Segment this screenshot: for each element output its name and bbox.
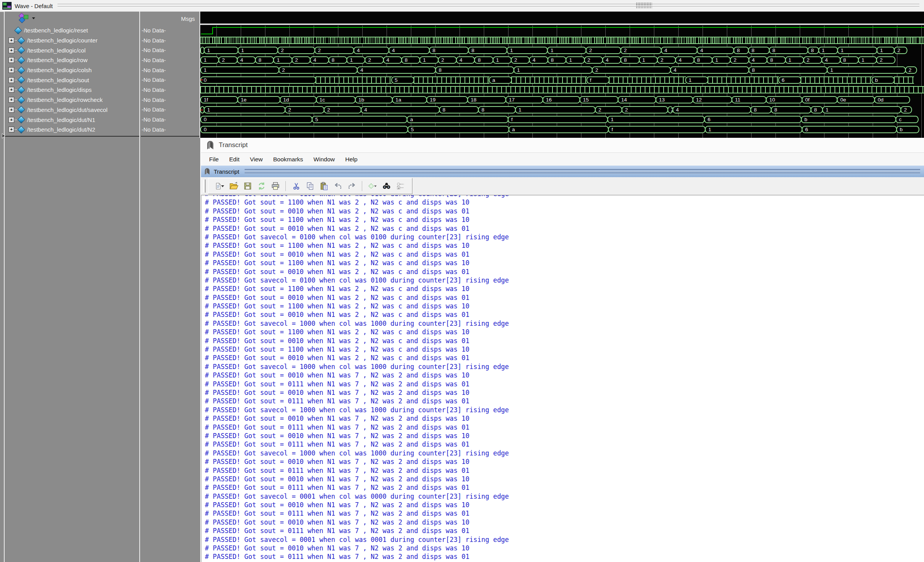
copy-icon[interactable] bbox=[305, 181, 315, 191]
transcript-line: # PASSED! Got sout = 0010 when N1 was 7 … bbox=[205, 388, 924, 397]
bus-value-segment: 1 bbox=[514, 66, 593, 74]
expand-toggle-icon[interactable]: + bbox=[8, 87, 14, 93]
save-icon[interactable] bbox=[243, 181, 253, 191]
bus-value-segment: 8 bbox=[547, 56, 566, 64]
wave-lane-rowcheck[interactable]: 1f1e1d1c1b1a191817161514131211100f0e0d bbox=[200, 95, 924, 105]
undo-icon[interactable] bbox=[333, 181, 343, 191]
bus-value-segment: 1 bbox=[705, 126, 802, 133]
bus-value-segment: 1 bbox=[837, 47, 877, 54]
wave-lane-sout[interactable]: 05af16b bbox=[200, 75, 924, 85]
signal-row-N1[interactable]: +/testbench_ledlogic/dut/N1 bbox=[5, 115, 139, 125]
signal-row-sout[interactable]: +/testbench_ledlogic/sout bbox=[5, 75, 139, 85]
bus-busy-region bbox=[708, 76, 779, 84]
waveform-canvas[interactable]: 1122448811224488881112124812481248124812… bbox=[200, 12, 924, 138]
expand-toggle-icon[interactable]: + bbox=[8, 37, 14, 43]
signal-row-disps[interactable]: +/testbench_ledlogic/disps bbox=[5, 85, 139, 95]
signal-row-rowcheck[interactable]: +/testbench_ledlogic/rowcheck bbox=[5, 95, 139, 105]
transcript-line: # PASSED! Got sout = 0010 when N1 was 2 … bbox=[205, 354, 924, 362]
expand-toggle-icon[interactable]: + bbox=[8, 97, 14, 103]
signal-row-savecol[interactable]: +/testbench_ledlogic/dut/savecol bbox=[5, 105, 139, 115]
wave-lane-colsh[interactable]: 1248124812 bbox=[200, 65, 924, 75]
signal-name-label: /testbench_ledlogic/dut/N1 bbox=[27, 117, 95, 123]
expand-toggle-icon[interactable]: + bbox=[8, 77, 14, 83]
expand-toggle-icon[interactable]: + bbox=[8, 47, 14, 53]
bus-value-segment: 1 bbox=[547, 47, 586, 54]
refresh-icon[interactable] bbox=[257, 181, 267, 191]
paste-icon[interactable] bbox=[319, 181, 329, 191]
open-file-icon[interactable] bbox=[229, 181, 239, 191]
wave-objects-dropdown-icon[interactable] bbox=[17, 12, 37, 24]
bus-value-segment: 1a bbox=[392, 96, 427, 103]
wave-lane-counter[interactable] bbox=[200, 36, 924, 46]
bus-value-segment: 2 bbox=[894, 47, 907, 54]
msgs-cell-colsh: -No Data- bbox=[141, 65, 199, 75]
wave-lane-col[interactable]: 1122448811224488881112 bbox=[200, 45, 924, 55]
wave-lane-N1[interactable]: 05af16bc bbox=[200, 115, 924, 125]
bus-value-segment: 4 bbox=[670, 66, 749, 74]
bus-value-segment: 0f bbox=[802, 96, 838, 103]
transcript-menubar[interactable]: FileEditViewBookmarksWindowHelp bbox=[201, 152, 924, 166]
bus-value-segment: 8 bbox=[748, 47, 770, 54]
transcript-titlebar[interactable]: Transcript bbox=[201, 138, 924, 152]
print-icon[interactable] bbox=[270, 181, 280, 191]
bus-value-segment: a bbox=[407, 116, 508, 123]
wave-lane-savecol[interactable]: 1224881222488812 bbox=[200, 105, 924, 115]
transcript-active-header[interactable]: Transcript bbox=[201, 166, 924, 177]
transcript-line: # PASSED! Got sout = 0010 when N1 was 2 … bbox=[205, 250, 924, 259]
bus-value-segment: 2 bbox=[876, 56, 895, 64]
new-document-icon[interactable] bbox=[215, 181, 225, 191]
transcript-line: # PASSED! Got savecol = 0100 when col wa… bbox=[205, 276, 924, 284]
signal-name-label: /testbench_ledlogic/row bbox=[27, 57, 88, 63]
bus-value-segment: 5 bbox=[312, 116, 407, 123]
transcript-toolbar bbox=[201, 177, 924, 195]
signal-msgs-pane: -No Data--No Data--No Data--No Data--No … bbox=[141, 25, 199, 135]
signal-row-row[interactable]: +/testbench_ledlogic/row bbox=[5, 55, 139, 65]
redo-icon[interactable] bbox=[347, 181, 357, 191]
waveform-rows[interactable]: 1122448811224488881112124812481248124812… bbox=[200, 25, 924, 138]
signal-row-col[interactable]: +/testbench_ledlogic/col bbox=[5, 45, 139, 55]
menu-bookmarks[interactable]: Bookmarks bbox=[273, 156, 303, 163]
signal-name-label: /testbench_ledlogic/dut/N2 bbox=[27, 126, 95, 133]
toolbar-drag-handle[interactable] bbox=[203, 179, 206, 193]
bus-value-segment: 4 bbox=[383, 56, 402, 64]
transcript-line-partial: # PASSED! Got savecol = 0100 when col wa… bbox=[205, 195, 924, 198]
run-filter-icon[interactable] bbox=[368, 181, 378, 191]
titlebar-grip[interactable] bbox=[636, 2, 652, 9]
signal-row-counter[interactable]: +/testbench_ledlogic/counter bbox=[5, 36, 139, 46]
signal-diamond-icon bbox=[17, 37, 25, 44]
wave-lane-disps[interactable] bbox=[200, 85, 924, 95]
wave-lane-N2[interactable]: 05af16b bbox=[200, 125, 924, 135]
bus-value-segment: 2 bbox=[314, 47, 354, 54]
signal-row-N2[interactable]: +/testbench_ledlogic/dut/N2 bbox=[5, 125, 139, 135]
expand-toggle-icon[interactable]: + bbox=[8, 127, 14, 132]
transcript-line: # PASSED! Got savecol = 1000 when col wa… bbox=[205, 362, 924, 371]
signal-names-pane[interactable]: /testbench_ledlogic/reset+/testbench_led… bbox=[5, 25, 139, 135]
wave-lane-row[interactable]: 12481248124812481248124812481248124812 bbox=[200, 55, 924, 65]
bus-value-segment: 1 bbox=[493, 56, 512, 64]
wave-lane-reset[interactable] bbox=[200, 25, 924, 36]
menu-help[interactable]: Help bbox=[345, 156, 358, 163]
expand-toggle-icon[interactable]: + bbox=[8, 107, 14, 113]
menu-edit[interactable]: Edit bbox=[229, 156, 240, 163]
names-msgs-divider[interactable] bbox=[139, 12, 140, 562]
find-settings-icon[interactable] bbox=[395, 181, 405, 191]
signal-row-reset[interactable]: /testbench_ledlogic/reset bbox=[5, 25, 139, 36]
expand-toggle-icon[interactable]: + bbox=[8, 57, 14, 63]
cut-icon[interactable] bbox=[291, 181, 301, 191]
transcript-text-area[interactable]: # PASSED! Got savecol = 0100 when col wa… bbox=[201, 195, 924, 562]
transcript-window[interactable]: Transcript FileEditViewBookmarksWindowHe… bbox=[200, 138, 924, 562]
bus-value-segment: b bbox=[896, 126, 919, 133]
wave-window-titlebar[interactable]: Wave - Default bbox=[0, 0, 924, 12]
tree-connector bbox=[14, 50, 17, 51]
expand-toggle-icon[interactable]: + bbox=[8, 67, 14, 73]
expand-toggle-icon[interactable]: + bbox=[8, 117, 14, 123]
bus-value-segment: 1e bbox=[237, 96, 280, 103]
find-icon[interactable] bbox=[382, 181, 392, 191]
signal-row-colsh[interactable]: +/testbench_ledlogic/colsh bbox=[5, 65, 139, 75]
bus-value-segment: 6 bbox=[778, 76, 801, 84]
menu-view[interactable]: View bbox=[250, 156, 263, 163]
bus-value-segment: f bbox=[608, 126, 706, 133]
menu-window[interactable]: Window bbox=[314, 156, 335, 163]
menu-file[interactable]: File bbox=[209, 156, 219, 163]
bus-value-segment: 0 bbox=[200, 116, 313, 123]
